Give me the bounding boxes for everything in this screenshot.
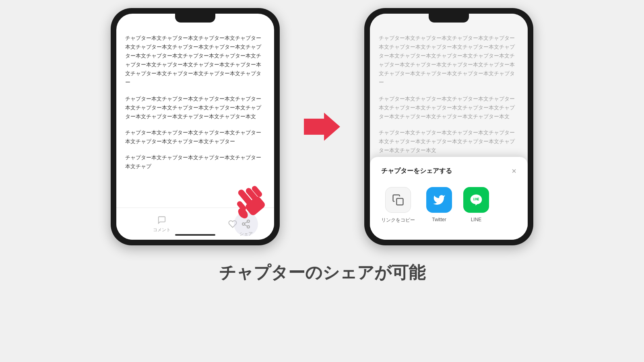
share-modal: チャプターをシェアする × リンクをコピー bbox=[370, 157, 528, 240]
svg-line-3 bbox=[245, 224, 248, 226]
arrow-container bbox=[304, 113, 340, 141]
footer-title: チャプターのシェアが可能 bbox=[219, 261, 425, 284]
copy-link-icon bbox=[385, 187, 411, 213]
content-paragraph-1: チャプター本文チャプター本文チャプター本文チャプター本文チャプター本文チャプター… bbox=[125, 34, 265, 87]
phone-notch-right bbox=[429, 14, 469, 23]
share-modal-close-button[interactable]: × bbox=[512, 167, 516, 176]
right-content-paragraph-1: チャプター本文チャプター本文チャプター本文チャプター本文チャプター本文チャプター… bbox=[379, 34, 519, 87]
share-option-copy[interactable]: リンクをコピー bbox=[381, 187, 415, 224]
comment-label: コメント bbox=[153, 227, 171, 233]
share-modal-header: チャプターをシェアする × bbox=[381, 167, 516, 176]
comment-icon bbox=[157, 215, 167, 225]
main-content-area: チャプター本文チャプター本文チャプター本文チャプター本文チャプター本文チャプター… bbox=[0, 8, 644, 245]
right-content-paragraph-3: チャプター本文チャプター本文チャプター本文チャプター本文チャプター本文チャプター… bbox=[379, 128, 519, 155]
phone-notch-left bbox=[175, 14, 215, 23]
comment-button[interactable]: コメント bbox=[153, 215, 171, 233]
right-phone: チャプター本文チャプター本文チャプター本文チャプター本文チャプター本文チャプター… bbox=[364, 8, 533, 245]
twitter-icon bbox=[426, 187, 452, 213]
svg-point-2 bbox=[247, 226, 250, 228]
home-indicator-left bbox=[175, 234, 215, 236]
share-options-list: リンクをコピー Twitter bbox=[381, 187, 516, 224]
share-option-line[interactable]: LINE bbox=[463, 187, 489, 222]
share-modal-title: チャプターをシェアする bbox=[381, 167, 452, 175]
share-label: シェア bbox=[234, 231, 258, 237]
line-label: LINE bbox=[471, 217, 482, 222]
svg-marker-11 bbox=[304, 113, 340, 141]
content-paragraph-2: チャプター本文チャプター本文チャプター本文チャプター本文チャプター本文チャプター… bbox=[125, 95, 265, 121]
right-content-paragraph-2: チャプター本文チャプター本文チャプター本文チャプター本文チャプター本文チャプター… bbox=[379, 95, 519, 121]
content-paragraph-3: チャプター本文チャプター本文チャプター本文チャプター本文チャプター本文チャプター… bbox=[125, 128, 265, 146]
arrow-icon bbox=[304, 113, 340, 141]
svg-rect-12 bbox=[396, 198, 403, 205]
arrow-shape bbox=[304, 113, 340, 141]
content-paragraph-4: チャプター本文チャプター本文チャプター本文チャプター本文チャプ bbox=[125, 153, 265, 171]
share-option-twitter[interactable]: Twitter bbox=[426, 187, 452, 222]
right-phone-screen: チャプター本文チャプター本文チャプター本文チャプター本文チャプター本文チャプター… bbox=[370, 14, 528, 240]
twitter-label: Twitter bbox=[432, 217, 446, 222]
left-phone: チャプター本文チャプター本文チャプター本文チャプター本文チャプター本文チャプター… bbox=[111, 8, 280, 245]
line-icon bbox=[463, 187, 489, 213]
copy-link-label: リンクをコピー bbox=[381, 217, 415, 224]
